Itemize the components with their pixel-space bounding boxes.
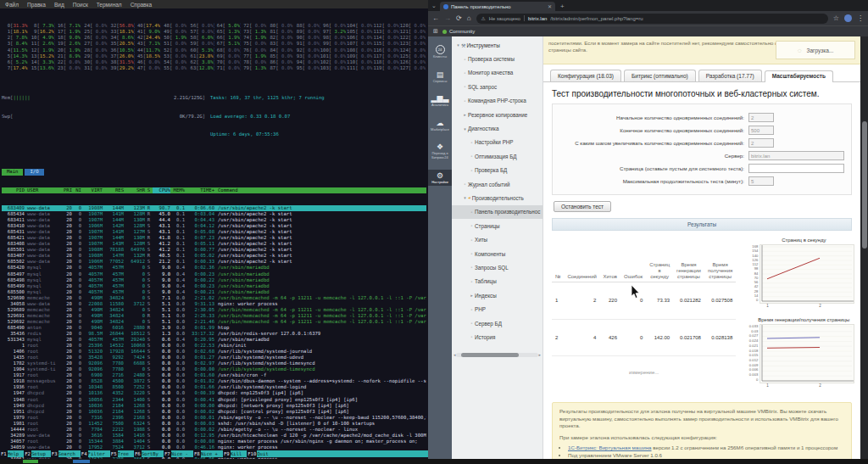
fkey-label-f8[interactable]: Nice + — [201, 450, 223, 457]
menu-item[interactable]: ▸Индексы — [452, 288, 542, 302]
form-input[interactable] — [748, 126, 774, 135]
back-icon[interactable]: ← — [432, 14, 439, 22]
process-row[interactable]: 35436redis20098.5M2684410512S1.30.033:17… — [2, 331, 426, 337]
column-header-cpu[interactable]: CPU% — [153, 187, 170, 193]
browser-tab[interactable]: Панель производительно ✕ — [440, 2, 555, 11]
menu-item[interactable]: ▫Страницы — [452, 219, 542, 232]
menu-item[interactable]: ▾⚒Инструменты — [452, 38, 542, 52]
process-row[interactable]: 685490anton200904060162880R3.90.00:01.99… — [2, 325, 426, 331]
process-row[interactable]: 1root200253961453210068S0.00.00:22.53/sb… — [2, 343, 426, 349]
menu-item[interactable]: ▫Панель производительнос — [452, 205, 542, 219]
fkey-label-f5[interactable]: Tree — [118, 450, 134, 457]
htop-tab-main[interactable]: Main — [2, 169, 23, 175]
column-header-res[interactable]: RES — [103, 187, 124, 193]
fkey-label-f10[interactable]: Quit — [257, 450, 273, 457]
menu-item[interactable]: ▫Компоненты — [452, 247, 542, 260]
menu-item[interactable]: ▫Сервер БД — [452, 316, 542, 330]
sidebar-horizontal-scrollbar[interactable]: ◂ ▸ — [453, 352, 541, 357]
rail-item-b24[interactable]: 24Клиенты — [428, 43, 452, 61]
process-row[interactable]: 1951dhcpcd2001003621841268S0.00.00:00.02… — [2, 409, 426, 415]
menu-item[interactable]: ▫Таблицы — [452, 275, 542, 288]
form-input[interactable] — [748, 138, 774, 148]
process-row[interactable]: 683410www-data2001906M142M128MS43.10.10:… — [2, 223, 426, 229]
profile-avatar[interactable] — [844, 14, 852, 22]
process-row[interactable]: 1981root2001145275006324S0.00.00:00.03ss… — [2, 421, 426, 427]
rail-item-window[interactable]: ❖Переход в Битрикс24 — [428, 141, 452, 161]
fkey-label-f7[interactable]: Nice - — [171, 450, 193, 457]
home-icon[interactable]: ⌂ — [467, 14, 471, 22]
process-row[interactable]: 1904systemd-ti2009209677800S0.00.00:00.0… — [2, 366, 426, 372]
htop-tab-i/o[interactable]: I/O — [25, 169, 43, 175]
tab-масштабируемость[interactable]: Масштабируемость — [765, 70, 833, 82]
process-row[interactable]: 529689memcache200490M348240S5.10.02:30.0… — [2, 307, 426, 313]
menu-item[interactable]: ▸Резервное копирование — [452, 108, 542, 121]
menu-item[interactable]: ▫Проверка БД — [452, 164, 542, 177]
process-row[interactable]: 683407www-data2001908M147M132MR40.50.10:… — [2, 253, 426, 259]
url-bar[interactable]: ⚠ Не защищено bitrix.lan /bitrix/admin/p… — [476, 14, 828, 24]
menu-item[interactable]: ▫Проверка системы — [452, 52, 542, 65]
column-header-time[interactable]: TIME+ — [185, 187, 214, 193]
process-row[interactable]: 34289www-data200361615841416S0.00.00:12.… — [2, 433, 426, 439]
process-row[interactable]: 1917root200690027162480S0.00.00:01.60/us… — [2, 372, 426, 378]
security-warning-icon[interactable]: ⚠ — [481, 16, 486, 21]
fkey-f2[interactable]: F2 — [24, 450, 31, 457]
menu-item[interactable]: ▫SQL запрос — [452, 80, 542, 93]
process-row[interactable]: 683408www-data2001907M143M128MS41.20.10:… — [2, 241, 426, 247]
fkey-label-f9[interactable]: Kill — [231, 450, 247, 457]
column-header-s[interactable]: S — [145, 187, 153, 193]
page-scrollbar[interactable] — [860, 36, 868, 459]
form-input[interactable] — [748, 164, 844, 173]
form-input[interactable] — [748, 151, 844, 160]
menu-dots-icon[interactable]: ⋮ — [857, 14, 864, 22]
process-row[interactable]: 1949dhcpcd2001003621841268S0.00.00:00.00… — [2, 403, 426, 409]
rail-item-cloud[interactable]: ☁Marketplace — [428, 117, 452, 134]
fkey-f8[interactable]: F8 — [193, 450, 201, 457]
apps-grid-icon[interactable]: ⊞ — [433, 28, 438, 35]
process-row[interactable]: 529690memcache200490M348240S7.10.02:21.0… — [2, 295, 426, 301]
fkey-label-f6[interactable]: SortBy — [142, 450, 164, 457]
menu-item[interactable]: ▫Настройки PHP — [452, 136, 542, 149]
terminal-menu-Поиск[interactable]: Поиск — [73, 2, 88, 8]
menu-item[interactable]: ▫Монитор качества — [452, 66, 542, 80]
process-row[interactable]: 1979root200731623962168S0.00.00:00.01/sb… — [2, 415, 426, 421]
menu-item[interactable]: ▫Журнал событий — [452, 177, 542, 191]
process-row[interactable]: 685501www-data2001908M7818864976S41.20.1… — [2, 247, 426, 253]
fkey-label-f1[interactable]: Help — [8, 450, 24, 457]
process-row[interactable]: 1948root2001005623441400S0.00.00:00.41dh… — [2, 397, 426, 403]
new-tab-button[interactable]: + — [560, 2, 565, 11]
menu-item[interactable]: ▫PHP — [452, 302, 542, 316]
process-row[interactable]: 685497mysql2004057M457M0S9.00.40:00.23/u… — [2, 271, 426, 277]
menu-item[interactable]: ▾Диагностика — [452, 121, 542, 135]
tab-search-chevron-icon[interactable]: ⌄ — [428, 0, 440, 11]
process-row[interactable]: 683409www-data2001908M144M123MR90.70.10:… — [2, 205, 426, 211]
stop-test-button[interactable]: Остановить тест — [554, 201, 611, 212]
menu-item[interactable]: ▾◕Производительность — [452, 191, 542, 204]
process-row[interactable]: 1936root2001034885007252S0.00.00:01.66/u… — [2, 384, 426, 390]
bookmark-community[interactable]: Community — [442, 29, 475, 34]
column-header-user[interactable]: USER — [25, 187, 61, 193]
process-row[interactable]: 1782systemd-ti2009209677806688S0.00.00:0… — [2, 361, 426, 366]
process-row[interactable]: 685434www-data2001907M141M128MR45.00.10:… — [2, 211, 426, 217]
column-header-command[interactable]: Command — [214, 187, 426, 193]
terminal-menu-Вид[interactable]: Вид — [54, 2, 64, 8]
form-input[interactable] — [748, 113, 774, 122]
terminal-menu-Файл[interactable]: Файл — [5, 2, 19, 8]
column-header-pri[interactable]: PRI — [61, 187, 72, 193]
fkey-f4[interactable]: F4 — [81, 450, 88, 457]
terminal-menu-Справка[interactable]: Справка — [131, 2, 153, 8]
process-row[interactable]: 14444root200770422121988S0.00.00:00.02/s… — [2, 427, 426, 433]
rail-item-chart[interactable]: ▂▆▃Аналитика — [428, 92, 452, 109]
reload-icon[interactable]: ⟳ — [456, 14, 462, 22]
process-row[interactable]: 529691memcache200490M348240R5.10.02:26.3… — [2, 313, 426, 319]
terminal-menu-Терминал[interactable]: Терминал — [97, 2, 122, 8]
form-input[interactable] — [748, 176, 774, 186]
menu-item[interactable]: ▫Оптимизация БД — [452, 149, 542, 163]
tab-разработка--17-77-[interactable]: Разработка (17.77) — [698, 70, 762, 81]
process-row[interactable]: 685421www-data2001907M144M130MR41.80.10:… — [2, 235, 426, 241]
fkey-f10[interactable]: F10 — [247, 450, 257, 457]
process-row[interactable]: 1435root2003542892927424S0.00.00:01.27/u… — [2, 355, 426, 361]
fkey-f1[interactable]: F1 — [0, 450, 8, 457]
terminal-menu-Правка[interactable]: Правка — [27, 2, 46, 8]
process-row[interactable]: 531343mysql2004057M457M29240S0.60.40:20.… — [2, 337, 426, 343]
rail-item-layers[interactable]: ▤Сервисы — [428, 69, 452, 86]
